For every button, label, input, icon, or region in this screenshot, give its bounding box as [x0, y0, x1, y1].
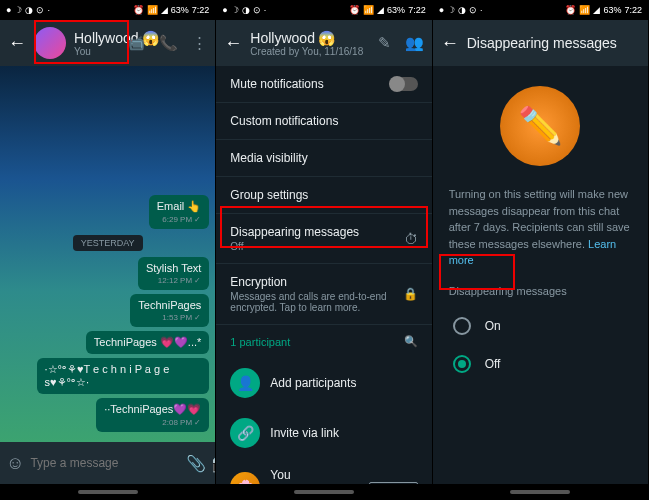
highlight-box — [439, 254, 515, 290]
media-visibility-setting[interactable]: Media visibility — [216, 140, 431, 177]
message[interactable]: Stylish Text12:12 PM ✓ — [138, 257, 209, 290]
mute-setting[interactable]: Mute notifications — [216, 66, 431, 103]
pencil-icon: ✏️ — [500, 86, 580, 166]
header-title-area: Hollywood😱 Created by You, 11/16/18 — [250, 30, 369, 57]
message[interactable]: TechniPages1:53 PM ✓ — [130, 294, 209, 327]
attach-icon[interactable]: 📎 — [186, 454, 206, 473]
highlight-box — [220, 206, 428, 248]
custom-notif-setting[interactable]: Custom notifications — [216, 103, 431, 140]
chat-area: Email 👆6:29 PM ✓ YESTERDAY Stylish Text1… — [0, 66, 215, 442]
group-info-screen: ●☽◑⊙· ⏰📶◢63%7:22 ← Hollywood😱 Created by… — [216, 0, 431, 500]
status-bar: ●☽◑⊙· ⏰📶◢63%7:22 — [433, 0, 648, 20]
nav-bar — [433, 484, 648, 500]
toggle-icon[interactable] — [390, 77, 418, 91]
nav-bar — [0, 484, 215, 500]
voice-call-icon[interactable]: 📞 — [159, 34, 178, 52]
back-icon[interactable]: ← — [8, 33, 26, 54]
more-icon[interactable]: ⋮ — [192, 34, 207, 52]
radio-on[interactable]: On — [449, 307, 632, 345]
camera-icon[interactable]: 📷 — [212, 454, 215, 473]
back-icon[interactable]: ← — [224, 33, 242, 54]
participants-header: 1 participant 🔍 — [216, 325, 431, 358]
message[interactable]: TechniPages 💗💜...* — [86, 331, 210, 354]
highlight-box — [34, 20, 129, 64]
disappearing-screen: ●☽◑⊙· ⏰📶◢63%7:22 ← Disappearing messages… — [433, 0, 648, 500]
add-icon: 👤 — [230, 368, 260, 398]
user-avatar: 🌸 — [230, 472, 260, 484]
message-input[interactable] — [30, 456, 180, 470]
emoji-icon[interactable]: ☺ — [6, 453, 24, 474]
lock-icon: 🔒 — [403, 287, 418, 301]
back-icon[interactable]: ← — [441, 33, 459, 54]
status-bar: ●☽◑⊙· ⏰📶◢63%7:22 — [0, 0, 215, 20]
add-participants[interactable]: 👤 Add participants — [216, 358, 431, 408]
nav-bar — [216, 484, 431, 500]
chat-screen: ●☽◑⊙· ⏰📶◢63%7:22 ← Hollywood😱 You 📹 📞 ⋮ … — [0, 0, 215, 500]
participant-you[interactable]: 🌸 You🌸 No todo es lo que parece. 🌸 Group… — [216, 458, 431, 484]
video-call-icon[interactable]: 📹 — [126, 34, 145, 52]
invite-link[interactable]: 🔗 Invite via link — [216, 408, 431, 458]
disap-header: ← Disappearing messages — [433, 20, 648, 66]
add-person-icon[interactable]: 👥 — [405, 34, 424, 52]
search-icon[interactable]: 🔍 — [404, 335, 418, 348]
link-icon: 🔗 — [230, 418, 260, 448]
edit-icon[interactable]: ✎ — [378, 34, 391, 52]
message[interactable]: ··TechniPages💜💗2:08 PM ✓ — [96, 398, 209, 432]
input-bar: ☺ 📎 📷 🎤 — [0, 442, 215, 484]
radio-icon — [453, 317, 471, 335]
day-divider: YESTERDAY — [73, 235, 143, 251]
radio-icon — [453, 355, 471, 373]
message[interactable]: Email 👆6:29 PM ✓ — [149, 195, 210, 229]
encryption-setting[interactable]: EncryptionMessages and calls are end-to-… — [216, 264, 431, 325]
settings-list: Mute notifications Custom notifications … — [216, 66, 431, 484]
radio-off[interactable]: Off — [449, 345, 632, 383]
info-header: ← Hollywood😱 Created by You, 11/16/18 ✎ … — [216, 20, 431, 66]
message[interactable]: ·☆°ᵒ⚘♥T e c h n i P a g e s♥⚘°ᵒ☆· — [37, 358, 210, 394]
page-title: Disappearing messages — [467, 35, 617, 51]
status-bar: ●☽◑⊙· ⏰📶◢63%7:22 — [216, 0, 431, 20]
